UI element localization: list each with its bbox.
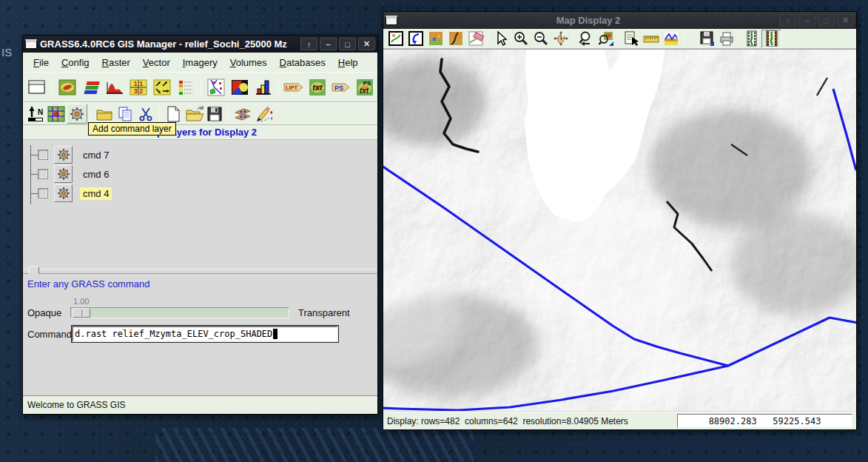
- open-folder-icon: [184, 105, 203, 123]
- command-input[interactable]: d.rast relief_Mzymta_ELEV_crop_SHADED: [72, 326, 338, 342]
- add-chart-button[interactable]: [252, 76, 275, 99]
- query-button[interactable]: [621, 30, 641, 48]
- menu-help[interactable]: Help: [332, 55, 364, 70]
- zoom-in-icon: [513, 30, 529, 47]
- save-image-button[interactable]: [696, 30, 716, 48]
- svg-text:txt: txt: [312, 83, 323, 92]
- measure-button[interactable]: [641, 30, 661, 48]
- layer-options-button-cmd7[interactable]: [54, 146, 73, 164]
- chart-layer-icon: [254, 78, 273, 97]
- fly-through-icon: [448, 30, 464, 47]
- add-rgb-his-button[interactable]: [79, 76, 103, 99]
- display-map-button[interactable]: [386, 30, 406, 48]
- maximize-button[interactable]: □: [818, 14, 835, 27]
- profile-button[interactable]: [661, 30, 681, 48]
- command-label: Command:: [27, 329, 72, 340]
- add-ps-labels-button[interactable]: PS: [329, 76, 353, 99]
- svg-text:txt: txt: [360, 87, 369, 95]
- add-vector-button[interactable]: [204, 76, 228, 99]
- pointer-icon: [493, 30, 509, 47]
- menu-config[interactable]: Config: [55, 55, 95, 70]
- display-map-icon: [388, 30, 404, 47]
- map-display-titlebar[interactable]: Map Display 2 ↑ – □ ✕: [383, 12, 856, 29]
- menu-databases[interactable]: Databases: [274, 55, 332, 70]
- menu-file[interactable]: File: [27, 55, 55, 70]
- erase-button[interactable]: [465, 30, 485, 48]
- menu-raster[interactable]: Raster: [96, 55, 136, 70]
- film-strip-active-icon: [764, 30, 780, 47]
- add-group-button[interactable]: [94, 104, 115, 124]
- coordinate-readout[interactable]: 88902.283 59225.543: [677, 414, 852, 428]
- pan-hand-icon: [553, 30, 569, 47]
- delete-layer-button[interactable]: [135, 104, 156, 124]
- shade-button[interactable]: ↑: [300, 38, 317, 50]
- layer-options-button-cmd6[interactable]: [54, 165, 73, 183]
- add-command-layer-button[interactable]: [67, 104, 87, 124]
- profile-icon: [663, 30, 679, 47]
- add-cell-values-button[interactable]: 1 13 2: [127, 76, 150, 99]
- add-ps-text-button[interactable]: PStxt: [353, 76, 377, 99]
- layer-checkbox-cmd6[interactable]: [38, 169, 48, 179]
- pointer-button[interactable]: [491, 30, 511, 48]
- georectify-button[interactable]: [46, 104, 67, 124]
- command-input-text: d.rast relief_Mzymta_ELEV_crop_SHADED: [75, 329, 272, 339]
- gis-manager-titlebar[interactable]: GRASS6.4.0RC6 GIS Manager - relief_Sochi…: [23, 36, 377, 53]
- maximize-button[interactable]: □: [339, 38, 356, 50]
- strip-map-active-button[interactable]: [761, 30, 781, 48]
- map-canvas[interactable]: [383, 49, 856, 412]
- close-button[interactable]: ✕: [837, 14, 854, 27]
- query-icon: [623, 30, 639, 47]
- opacity-slider-handle[interactable]: [73, 308, 90, 318]
- opacity-slider[interactable]: [70, 307, 289, 318]
- layer-options-button-cmd4[interactable]: [54, 184, 73, 202]
- north-arrow-button[interactable]: N: [25, 104, 46, 124]
- layer-checkbox-cmd4[interactable]: [38, 188, 48, 198]
- redraw-button[interactable]: [406, 30, 425, 48]
- map-status-text: Display: rows=482 columns=642 resolution…: [387, 416, 677, 426]
- labels-layer-icon: LIPT: [283, 78, 305, 97]
- zoom-out-button[interactable]: [531, 30, 551, 48]
- menu-imagery[interactable]: Imagery: [177, 55, 223, 70]
- minimize-button[interactable]: –: [798, 14, 815, 27]
- layer-label-cmd7[interactable]: cmd 7: [80, 149, 112, 161]
- add-histogram-button[interactable]: [103, 76, 127, 99]
- zoom-to-map-button[interactable]: [596, 30, 616, 48]
- minimize-button[interactable]: –: [320, 38, 337, 50]
- map-display-statusbar: Display: rows=482 columns=642 resolution…: [383, 412, 856, 429]
- layer-checkbox-cmd7[interactable]: [38, 150, 48, 160]
- digitize-button[interactable]: [252, 104, 273, 124]
- open-workspace-button[interactable]: [184, 104, 204, 124]
- menu-vector[interactable]: Vector: [137, 55, 176, 70]
- zoom-back-button[interactable]: [576, 30, 596, 48]
- desktop-text-fragment: IS: [1, 46, 12, 58]
- gear-icon: [56, 167, 71, 181]
- save-workspace-button[interactable]: [204, 104, 225, 124]
- nviz-3d-icon: [428, 30, 444, 47]
- toolbar-separator: [573, 31, 573, 46]
- layer-row-cmd4: cmd 4: [23, 184, 377, 203]
- new-display-button[interactable]: [25, 76, 49, 99]
- layer-label-cmd4[interactable]: cmd 4: [80, 187, 112, 200]
- add-thematic-button[interactable]: [228, 76, 252, 99]
- shade-button[interactable]: ↑: [779, 14, 796, 27]
- layer-label-cmd6[interactable]: cmd 6: [80, 168, 112, 181]
- pan-button[interactable]: [551, 30, 571, 48]
- zoom-in-button[interactable]: [511, 30, 531, 48]
- menu-volumes[interactable]: Volumes: [224, 55, 273, 70]
- duplicate-layer-button[interactable]: [115, 104, 135, 124]
- new-workspace-button[interactable]: [163, 104, 184, 124]
- close-button[interactable]: ✕: [358, 38, 375, 50]
- nviz-button[interactable]: [425, 30, 445, 48]
- add-labels-button[interactable]: LIPT: [282, 76, 306, 99]
- strip-map-button[interactable]: [741, 30, 761, 48]
- pane-divider[interactable]: [23, 269, 377, 274]
- toolbar-separator: [52, 78, 53, 96]
- move-layer-button[interactable]: [232, 104, 252, 124]
- add-text-button[interactable]: txt: [306, 76, 329, 99]
- fly-through-button[interactable]: [445, 30, 465, 48]
- print-button[interactable]: [716, 30, 736, 48]
- add-raster-button[interactable]: [55, 76, 79, 99]
- add-arrows-button[interactable]: [150, 76, 174, 99]
- transparent-label: Transparent: [298, 307, 350, 318]
- add-legend-button[interactable]: [174, 76, 198, 99]
